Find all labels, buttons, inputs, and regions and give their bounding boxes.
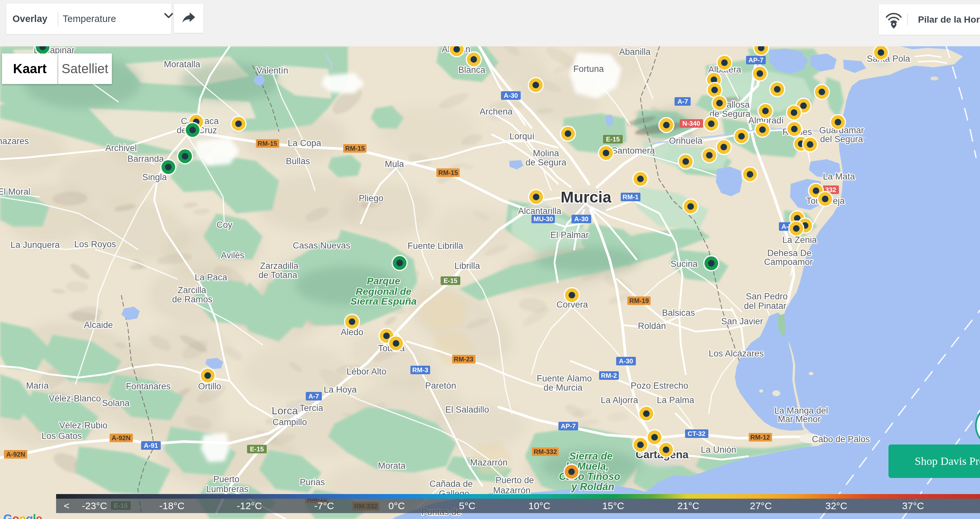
svg-text:Cañada de: Cañada de (430, 479, 473, 489)
svg-text:Puerto: Puerto (213, 474, 240, 484)
svg-text:Puerto de: Puerto de (495, 475, 534, 485)
svg-text:Fortuna: Fortuna (573, 64, 604, 74)
svg-text:La Mata: La Mata (823, 172, 855, 182)
svg-text:Fuente Librilla: Fuente Librilla (407, 241, 464, 251)
svg-text:A-7: A-7 (678, 98, 688, 105)
svg-text:Sucina: Sucina (671, 259, 698, 269)
svg-text:Vélez-Rubio: Vélez-Rubio (59, 420, 107, 430)
svg-text:Campoamor: Campoamor (764, 257, 813, 267)
svg-text:Valentín: Valentín (256, 65, 288, 75)
svg-text:Sierra de: Sierra de (569, 450, 613, 462)
svg-text:Santa Pola: Santa Pola (867, 54, 910, 64)
svg-text:RM-332: RM-332 (533, 448, 557, 455)
svg-text:La Aljorra: La Aljorra (601, 395, 638, 405)
svg-text:Coy: Coy (216, 220, 232, 230)
svg-text:Casas Nuevas: Casas Nuevas (293, 241, 350, 251)
svg-text:Moratalla: Moratalla (164, 59, 200, 69)
svg-text:Zarzadilla: Zarzadilla (260, 261, 299, 271)
svg-text:Fuente Álamo: Fuente Álamo (537, 374, 592, 383)
svg-text:E-15: E-15 (250, 446, 264, 453)
svg-text:Pozo Estrecho: Pozo Estrecho (631, 381, 688, 391)
svg-text:Paretón: Paretón (425, 381, 457, 391)
svg-text:Lorca: Lorca (272, 405, 298, 417)
svg-text:Abanilla: Abanilla (619, 47, 651, 57)
svg-text:Parque: Parque (367, 275, 400, 286)
svg-text:Singla: Singla (142, 172, 167, 182)
svg-text:A-91: A-91 (144, 442, 158, 449)
svg-text:Dehesa De: Dehesa De (767, 248, 811, 258)
svg-text:RM-1: RM-1 (623, 193, 639, 201)
svg-text:de Segura: de Segura (526, 158, 567, 168)
svg-text:de Totana: de Totana (259, 270, 298, 280)
svg-text:Fontanares: Fontanares (126, 382, 171, 391)
svg-text:La Copa: La Copa (288, 138, 321, 148)
svg-text:San Javier: San Javier (721, 316, 763, 326)
svg-text:La Paca: La Paca (194, 273, 228, 282)
svg-text:RM-15: RM-15 (438, 169, 458, 176)
svg-text:A-30: A-30 (619, 358, 633, 365)
svg-text:de Ramos: de Ramos (172, 294, 212, 304)
svg-text:La Hoya: La Hoya (324, 385, 357, 394)
svg-text:Lorquí: Lorquí (509, 131, 535, 141)
svg-text:de Murcia: de Murcia (544, 383, 583, 393)
svg-text:Santomera: Santomera (612, 146, 655, 156)
svg-text:CT-32: CT-32 (688, 430, 705, 437)
svg-text:Alcantarilla: Alcantarilla (518, 206, 562, 216)
svg-text:E-15: E-15 (606, 136, 620, 143)
svg-text:RM-15: RM-15 (345, 145, 365, 152)
svg-text:AP-7: AP-7 (561, 423, 576, 430)
svg-text:Pliego: Pliego (359, 193, 383, 203)
svg-text:Cabo de Palos: Cabo de Palos (812, 434, 870, 444)
svg-text:RM-19: RM-19 (629, 297, 649, 304)
svg-text:A-30: A-30 (504, 92, 518, 99)
svg-text:Mar Menor: Mar Menor (778, 414, 821, 424)
svg-text:A-7: A-7 (309, 393, 319, 400)
svg-text:RM-3: RM-3 (412, 366, 428, 374)
svg-text:Alcaide: Alcaide (84, 320, 113, 330)
svg-text:Morata: Morata (378, 461, 406, 471)
svg-text:Balsicas: Balsicas (662, 308, 695, 318)
svg-text:Avilés: Avilés (221, 251, 244, 260)
svg-text:Archivel: Archivel (105, 143, 137, 153)
svg-text:El Saladillo: El Saladillo (445, 405, 489, 415)
svg-text:Los Alcázares: Los Alcázares (709, 349, 764, 358)
svg-text:del Segura: del Segura (820, 134, 864, 144)
svg-text:nazares: nazares (0, 136, 29, 146)
svg-text:Lébor Alto: Lébor Alto (347, 367, 387, 377)
svg-text:Los Royos: Los Royos (74, 239, 116, 249)
svg-text:Roldán: Roldán (638, 321, 666, 331)
svg-text:RM-2: RM-2 (601, 372, 617, 379)
svg-text:Barranda: Barranda (127, 154, 164, 164)
svg-text:N-340: N-340 (682, 120, 700, 127)
svg-text:Mula: Mula (385, 159, 404, 169)
svg-text:Zarcilla: Zarcilla (178, 285, 206, 295)
svg-text:AP-7: AP-7 (748, 56, 764, 64)
svg-text:Purias: Purias (300, 477, 325, 487)
svg-text:Archena: Archena (480, 107, 513, 117)
svg-text:RM-23: RM-23 (454, 356, 473, 363)
svg-text:MU-30: MU-30 (533, 216, 553, 223)
svg-text:A-92N: A-92N (111, 434, 130, 442)
svg-text:Campillo: Campillo (272, 417, 307, 427)
svg-text:La Zenia: La Zenia (782, 235, 817, 245)
svg-text:Vélez-Blanco: Vélez-Blanco (49, 394, 101, 404)
svg-text:y Roldán: y Roldán (571, 481, 614, 492)
svg-text:La Palma: La Palma (657, 395, 695, 405)
svg-text:Lumbreras: Lumbreras (206, 484, 248, 494)
svg-text:El Palmar: El Palmar (550, 230, 589, 240)
svg-text:Librilla: Librilla (454, 261, 480, 271)
svg-text:Murcia: Murcia (561, 188, 612, 206)
svg-text:Sierra Espuña: Sierra Espuña (350, 296, 417, 307)
svg-text:E-15: E-15 (444, 277, 457, 284)
svg-text:del Pinatar: del Pinatar (744, 301, 786, 311)
svg-text:Molina: Molina (533, 149, 559, 158)
svg-text:Los Gatos: Los Gatos (41, 431, 82, 441)
svg-text:La Unión: La Unión (701, 445, 736, 455)
svg-text:San Pedro: San Pedro (746, 292, 788, 301)
svg-text:A-30: A-30 (574, 216, 588, 223)
svg-text:Orihuela: Orihuela (669, 136, 703, 146)
svg-text:A-92N: A-92N (6, 451, 25, 458)
svg-text:Tercia: Tercia (299, 403, 323, 413)
svg-text:Regional de: Regional de (356, 286, 411, 297)
svg-text:Bullas: Bullas (286, 156, 310, 166)
